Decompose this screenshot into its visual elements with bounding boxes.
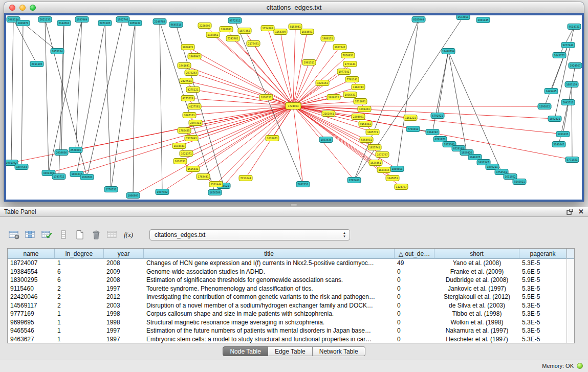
graph-node[interactable]: 9277441	[561, 42, 575, 48]
table-settings-button[interactable]	[7, 229, 21, 242]
graph-node[interactable]: 2161041	[322, 111, 335, 117]
graph-node[interactable]: 19448794	[442, 49, 455, 54]
graph-node[interactable]: 1525441	[186, 166, 200, 172]
network-graph[interactable]: 2063134186987120211332144561193706420711…	[6, 15, 582, 200]
graph-node[interactable]: 1524451	[369, 160, 382, 166]
graph-node[interactable]: 8153041	[289, 24, 302, 30]
graph-node[interactable]: 1664591	[300, 29, 314, 35]
graph-node[interactable]: 2011185	[30, 61, 43, 67]
graph-hub-node[interactable]: 1724054	[286, 103, 301, 110]
column-header-out_degree[interactable]: △ out_de…	[395, 249, 434, 259]
graph-node[interactable]: 2144561	[57, 20, 71, 26]
graph-node[interactable]: 2140768	[153, 19, 166, 25]
float-panel-button[interactable]	[567, 209, 573, 215]
graph-node[interactable]: 2081145	[476, 17, 490, 23]
graph-node[interactable]: 1841641	[178, 63, 191, 69]
window-titlebar[interactable]: citations_edges.txt	[4, 2, 584, 13]
graph-node[interactable]: 1626151	[316, 80, 329, 86]
column-visibility-button[interactable]	[24, 229, 37, 242]
graph-node[interactable]: 1952746	[116, 17, 129, 23]
graph-node[interactable]: 1254301	[261, 26, 274, 31]
graph-node[interactable]: 2427521	[180, 78, 193, 84]
table-source-select[interactable]: citations_edges.txt ▲▼	[149, 229, 350, 240]
tab-edge-table[interactable]: Edge Table	[268, 346, 313, 356]
graph-node[interactable]: 1691461	[358, 106, 371, 112]
graph-node[interactable]: 4275121	[186, 87, 200, 93]
graph-node[interactable]: 1160743	[352, 84, 365, 90]
graph-node[interactable]: 9645516	[169, 22, 183, 28]
graph-node[interactable]: 1853435	[319, 137, 333, 143]
table-row[interactable]: 969969511998Structural magnetic resonanc…	[8, 318, 567, 327]
graph-node[interactable]: 2175431	[247, 41, 260, 47]
table-row[interactable]: 977716911998Corpus callosum shape and si…	[8, 310, 567, 318]
graph-node[interactable]: 1937342	[333, 45, 346, 50]
graph-node[interactable]: 1859432	[128, 20, 142, 26]
graph-node[interactable]: 1860471	[181, 45, 194, 50]
graph-node[interactable]: 7850831	[341, 53, 355, 58]
graph-node[interactable]: 1595832	[538, 104, 551, 110]
graph-node[interactable]: 6791921	[431, 113, 444, 119]
panel-resize-grip[interactable]	[290, 204, 297, 206]
graph-node[interactable]: 9154461	[359, 121, 372, 127]
graph-node[interactable]: 6791973	[433, 137, 447, 142]
graph-node[interactable]: 4127581	[188, 104, 201, 110]
row-height-button[interactable]	[56, 229, 70, 242]
graph-node[interactable]: 1616121	[327, 95, 340, 100]
graph-node[interactable]: 3211601	[354, 99, 367, 104]
graph-node[interactable]: 5854931	[360, 137, 373, 143]
graph-node[interactable]: 1946125	[468, 155, 482, 160]
column-header-short[interactable]: short	[434, 249, 519, 259]
table-row[interactable]: 1872400712008Changes of HCN gene express…	[8, 259, 567, 268]
graph-node[interactable]: 1986131	[321, 36, 334, 41]
graph-node[interactable]: 2526085	[69, 147, 82, 153]
graph-node[interactable]: 2021133	[38, 17, 52, 23]
graph-node[interactable]: 1611052	[504, 174, 517, 180]
graph-node[interactable]: 1616291	[173, 159, 187, 164]
table-row[interactable]: 1830029562008Estimation of significance …	[8, 276, 567, 285]
graph-node[interactable]: 1763441	[197, 174, 210, 180]
graph-node[interactable]: 9514721	[568, 24, 581, 30]
graph-node[interactable]: 1950583	[80, 174, 94, 180]
graph-node[interactable]: 9245021	[513, 179, 526, 185]
graph-node[interactable]: 1602421	[548, 116, 561, 122]
graph-node[interactable]: 7151644	[239, 176, 252, 181]
graph-node[interactable]: 1743712	[52, 174, 66, 180]
graph-node[interactable]: 2053134	[51, 49, 64, 54]
zoom-window-button[interactable]	[30, 5, 36, 11]
graph-node[interactable]: 1863991	[220, 27, 233, 32]
graph-node[interactable]: 1771141	[343, 61, 357, 67]
graph-node[interactable]: 2572651	[456, 15, 470, 20]
graph-node[interactable]: 6771021	[565, 157, 579, 163]
graph-node[interactable]: 1685771	[366, 129, 379, 135]
table-row[interactable]: 1938455462009Genome-wide association stu…	[8, 268, 567, 276]
graph-node[interactable]: 1564742	[426, 129, 439, 135]
table-row[interactable]: 2242004622012Investigating the contribut…	[8, 293, 567, 301]
graph-node[interactable]: 1782403	[347, 178, 361, 183]
graph-node[interactable]: 2045513	[561, 100, 575, 105]
graph-node[interactable]: 1254309	[274, 29, 287, 35]
close-window-button[interactable]	[9, 5, 15, 11]
table-row[interactable]: 911546021997Tourette syndrome. Phenomeno…	[8, 285, 567, 293]
graph-node[interactable]: 1643722	[553, 53, 566, 58]
graph-node[interactable]: 7125641	[185, 136, 198, 141]
graph-node[interactable]: 9572312	[228, 18, 242, 24]
graph-node[interactable]: 1890211	[486, 164, 499, 170]
graph-node[interactable]: 1631021	[266, 136, 279, 141]
graph-node[interactable]: 5141642	[552, 142, 565, 147]
graph-node[interactable]: 1877352	[238, 28, 251, 34]
create-column-button[interactable]	[73, 229, 86, 242]
graph-node[interactable]: 1201035	[556, 132, 570, 137]
tab-node-table[interactable]: Node Table	[223, 346, 268, 356]
graph-node[interactable]: 1869871	[16, 20, 30, 26]
graph-node[interactable]: 1977541	[337, 69, 351, 75]
graph-node[interactable]: 7761141	[345, 77, 359, 82]
graph-node[interactable]: 1036431	[343, 92, 357, 98]
graph-node[interactable]: 1161221	[404, 115, 417, 121]
column-header-in_degree[interactable]: in_degree	[55, 249, 104, 259]
graph-node[interactable]: 1909942	[188, 54, 201, 59]
graph-node[interactable]: 1449405	[545, 89, 558, 94]
column-header-name[interactable]: name	[8, 249, 55, 259]
table-row[interactable]: 1456911722003Disruption of a novel membe…	[8, 301, 567, 310]
table-row[interactable]: 946362711997Embryonic stem cells: a mode…	[8, 335, 567, 343]
graph-node[interactable]: 1531444	[209, 182, 223, 187]
